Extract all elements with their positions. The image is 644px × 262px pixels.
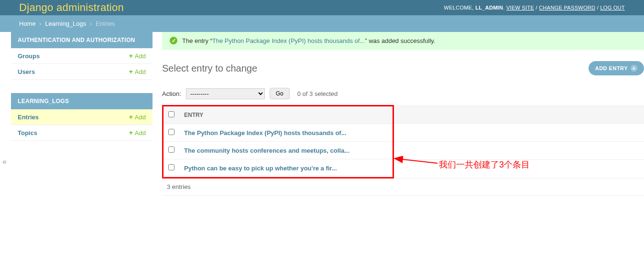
sidebar-item-users: Users +Add	[11, 64, 153, 80]
sidebar-item-topics: Topics +Add	[11, 125, 153, 141]
module-caption-auth: AUTHENTICATION AND AUTHORIZATION	[11, 32, 153, 48]
model-link-users[interactable]: Users	[18, 68, 35, 75]
view-site-link[interactable]: VIEW SITE	[506, 5, 534, 10]
entry-link[interactable]: Python can be easy to pick up whether yo…	[184, 165, 337, 172]
paginator: 3 entries	[162, 178, 644, 196]
row-checkbox[interactable]	[168, 164, 175, 170]
entry-link[interactable]: The community hosts conferences and meet…	[184, 147, 349, 154]
model-link-topics[interactable]: Topics	[18, 129, 37, 136]
table-row: The Python Package Index (PyPI) hosts th…	[164, 124, 393, 142]
add-link-users[interactable]: +Add	[129, 68, 146, 75]
results-table: ENTRY The Python Package Index (PyPI) ho…	[164, 106, 393, 177]
site-title[interactable]: Django administration	[19, 1, 124, 14]
table-row: Python can be easy to pick up whether yo…	[164, 159, 393, 177]
annotated-box: ENTRY The Python Package Index (PyPI) ho…	[162, 105, 394, 178]
message-suffix: ” was added successfully.	[365, 37, 435, 44]
sidebar-item-groups: Groups +Add	[11, 48, 153, 64]
change-password-link[interactable]: CHANGE PASSWORD	[539, 5, 595, 10]
plus-icon: +	[631, 65, 637, 72]
row-checkbox[interactable]	[168, 147, 175, 153]
message-prefix: The entry “	[182, 37, 212, 44]
user-tools: WELCOME, LL_ADMIN. VIEW SITE / CHANGE PA…	[444, 5, 625, 10]
column-header-entry[interactable]: ENTRY	[179, 106, 393, 124]
admin-header: Django administration WELCOME, LL_ADMIN.…	[0, 0, 644, 15]
breadcrumb-current: Entries	[96, 20, 115, 27]
annotation-text: 我们一共创建了3个条目	[439, 159, 530, 170]
collapse-sidebar-icon[interactable]: «	[2, 157, 7, 166]
table-row: The community hosts conferences and meet…	[164, 142, 393, 159]
add-link-entries[interactable]: +Add	[129, 113, 146, 121]
breadcrumb-home[interactable]: Home	[19, 20, 36, 27]
content: ✓ The entry “The Python Package Index (P…	[162, 32, 644, 196]
model-link-entries[interactable]: Entries	[18, 114, 39, 121]
entry-link[interactable]: The Python Package Index (PyPI) hosts th…	[184, 129, 347, 136]
actions-bar: Action: --------- Go 0 of 3 selected	[162, 85, 644, 105]
add-link-topics[interactable]: +Add	[129, 129, 146, 136]
success-message: ✓ The entry “The Python Package Index (P…	[162, 32, 644, 50]
model-link-groups[interactable]: Groups	[18, 52, 40, 60]
select-all-checkbox[interactable]	[168, 111, 175, 117]
selection-counter: 0 of 3 selected	[297, 90, 338, 97]
plus-icon: +	[129, 129, 133, 136]
breadcrumb-app[interactable]: Learning_Logs	[45, 20, 86, 27]
username: LL_ADMIN	[475, 5, 503, 10]
plus-icon: +	[129, 68, 133, 75]
action-select[interactable]: ---------	[186, 88, 265, 99]
go-button[interactable]: Go	[270, 88, 290, 99]
welcome-text: WELCOME,	[444, 5, 474, 10]
check-icon: ✓	[170, 37, 177, 44]
row-checkbox[interactable]	[168, 129, 175, 135]
breadcrumb: Home › Learning_Logs › Entries	[0, 15, 644, 32]
module-caption-learninglogs: LEARNING_LOGS	[11, 93, 153, 109]
add-entry-button[interactable]: ADD ENTRY +	[589, 61, 644, 75]
sidebar-item-entries: Entries +Add	[11, 109, 153, 125]
message-link[interactable]: The Python Package Index (PyPI) hosts th…	[212, 37, 365, 44]
action-label: Action:	[162, 90, 181, 97]
plus-icon: +	[129, 52, 133, 60]
plus-icon: +	[129, 113, 133, 121]
page-title: Select entry to change	[162, 63, 257, 74]
logout-link[interactable]: LOG OUT	[600, 5, 625, 10]
sidebar: AUTHENTICATION AND AUTHORIZATION Groups …	[11, 32, 153, 196]
add-link-groups[interactable]: +Add	[129, 52, 146, 60]
